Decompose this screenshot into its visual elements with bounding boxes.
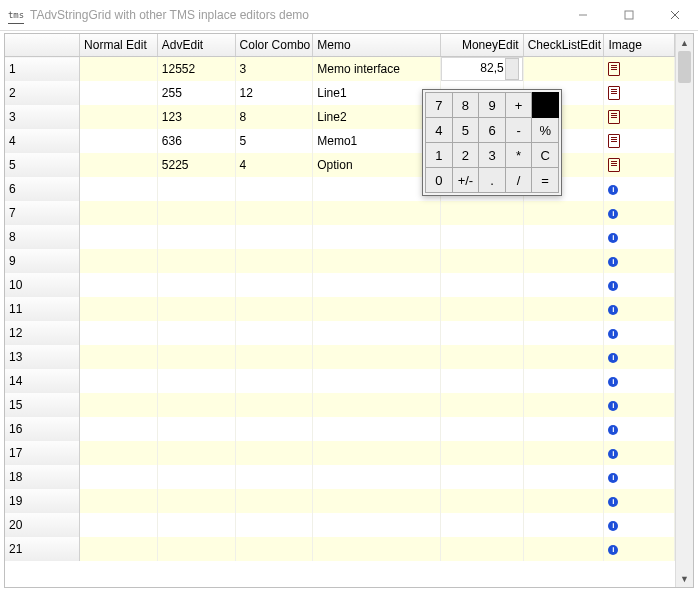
cell-checklist[interactable]	[523, 321, 604, 345]
cell-color-combo[interactable]	[235, 201, 313, 225]
scroll-thumb[interactable]	[678, 51, 691, 83]
row-number[interactable]: 4	[5, 129, 80, 153]
cell-memo[interactable]	[313, 537, 440, 561]
cell-memo[interactable]	[313, 321, 440, 345]
cell-checklist[interactable]	[523, 345, 604, 369]
cell-advedit[interactable]	[157, 465, 235, 489]
table-row[interactable]: 225512Line1	[5, 81, 675, 105]
cell-moneyedit[interactable]	[440, 201, 523, 225]
cell-normal-edit[interactable]	[80, 225, 158, 249]
col-color-combo[interactable]: Color Combo	[235, 34, 313, 57]
money-edit-value[interactable]: 82,5	[480, 61, 503, 75]
cell-color-combo[interactable]	[235, 393, 313, 417]
cell-checklist[interactable]	[523, 225, 604, 249]
cell-advedit[interactable]	[157, 393, 235, 417]
row-number[interactable]: 16	[5, 417, 80, 441]
cell-normal-edit[interactable]	[80, 249, 158, 273]
cell-color-combo[interactable]: 12	[235, 81, 313, 105]
cell-color-combo[interactable]	[235, 369, 313, 393]
cell-normal-edit[interactable]	[80, 297, 158, 321]
col-memo[interactable]: Memo	[313, 34, 440, 57]
cell-color-combo[interactable]	[235, 441, 313, 465]
table-row[interactable]: 1125523Memo interface82,5	[5, 57, 675, 82]
cell-image[interactable]	[604, 129, 675, 153]
table-row[interactable]: 552254Option	[5, 153, 675, 177]
cell-image[interactable]: i	[604, 273, 675, 297]
row-number[interactable]: 6	[5, 177, 80, 201]
cell-normal-edit[interactable]	[80, 81, 158, 105]
cell-color-combo[interactable]: 4	[235, 153, 313, 177]
cell-color-combo[interactable]: 3	[235, 57, 313, 82]
cell-memo[interactable]	[313, 225, 440, 249]
cell-color-combo[interactable]	[235, 297, 313, 321]
cell-memo[interactable]	[313, 297, 440, 321]
cell-color-combo[interactable]: 8	[235, 105, 313, 129]
row-number[interactable]: 9	[5, 249, 80, 273]
calc-key-pct[interactable]: %	[532, 118, 559, 143]
row-number[interactable]: 20	[5, 513, 80, 537]
cell-color-combo[interactable]	[235, 177, 313, 201]
cell-color-combo[interactable]	[235, 321, 313, 345]
calc-key-5[interactable]: 5	[452, 118, 479, 143]
table-row[interactable]: 14i	[5, 369, 675, 393]
cell-memo[interactable]	[313, 489, 440, 513]
cell-image[interactable]: i	[604, 369, 675, 393]
table-row[interactable]: 21i	[5, 537, 675, 561]
window-maximize-button[interactable]	[606, 0, 652, 30]
calc-key-div[interactable]: /	[505, 168, 532, 193]
col-advedit[interactable]: AdvEdit	[157, 34, 235, 57]
cell-image[interactable]: i	[604, 537, 675, 561]
calc-key-3[interactable]: 3	[479, 143, 506, 168]
table-row[interactable]: 18i	[5, 465, 675, 489]
calc-key-C[interactable]: C	[532, 143, 559, 168]
calc-key-8[interactable]: 8	[452, 93, 479, 118]
scroll-down-arrow-icon[interactable]: ▼	[676, 570, 693, 587]
vertical-scrollbar[interactable]: ▲ ▼	[675, 34, 693, 587]
cell-image[interactable]: i	[604, 345, 675, 369]
cell-memo[interactable]	[313, 201, 440, 225]
row-number[interactable]: 5	[5, 153, 80, 177]
cell-advedit[interactable]	[157, 297, 235, 321]
cell-advedit[interactable]	[157, 369, 235, 393]
row-number[interactable]: 12	[5, 321, 80, 345]
window-close-button[interactable]	[652, 0, 698, 30]
cell-memo[interactable]	[313, 273, 440, 297]
row-number[interactable]: 3	[5, 105, 80, 129]
cell-checklist[interactable]	[523, 57, 604, 82]
cell-checklist[interactable]	[523, 297, 604, 321]
cell-normal-edit[interactable]	[80, 489, 158, 513]
cell-advedit[interactable]: 5225	[157, 153, 235, 177]
cell-advedit[interactable]	[157, 417, 235, 441]
cell-color-combo[interactable]	[235, 249, 313, 273]
cell-memo[interactable]	[313, 513, 440, 537]
cell-normal-edit[interactable]	[80, 417, 158, 441]
cell-image[interactable]: i	[604, 201, 675, 225]
cell-moneyedit[interactable]	[440, 513, 523, 537]
row-number[interactable]: 21	[5, 537, 80, 561]
cell-color-combo[interactable]	[235, 489, 313, 513]
scroll-track[interactable]	[676, 51, 693, 570]
cell-image[interactable]: i	[604, 513, 675, 537]
table-row[interactable]: 20i	[5, 513, 675, 537]
cell-memo[interactable]	[313, 417, 440, 441]
calc-key-4[interactable]: 4	[426, 118, 453, 143]
cell-advedit[interactable]: 123	[157, 105, 235, 129]
cell-normal-edit[interactable]	[80, 321, 158, 345]
cell-moneyedit[interactable]	[440, 249, 523, 273]
col-checklist[interactable]: CheckListEdit	[523, 34, 604, 57]
cell-advedit[interactable]	[157, 273, 235, 297]
table-row[interactable]: 13i	[5, 345, 675, 369]
cell-moneyedit[interactable]	[440, 345, 523, 369]
cell-memo[interactable]	[313, 393, 440, 417]
cell-advedit[interactable]	[157, 537, 235, 561]
scroll-up-arrow-icon[interactable]: ▲	[676, 34, 693, 51]
cell-image[interactable]: i	[604, 441, 675, 465]
cell-color-combo[interactable]	[235, 417, 313, 441]
cell-normal-edit[interactable]	[80, 129, 158, 153]
cell-checklist[interactable]	[523, 249, 604, 273]
table-row[interactable]: 11i	[5, 297, 675, 321]
calculator-popup[interactable]: 789+456-%123*C0+/-./=	[422, 89, 562, 196]
cell-moneyedit[interactable]	[440, 225, 523, 249]
cell-memo[interactable]	[313, 345, 440, 369]
cell-moneyedit[interactable]	[440, 369, 523, 393]
